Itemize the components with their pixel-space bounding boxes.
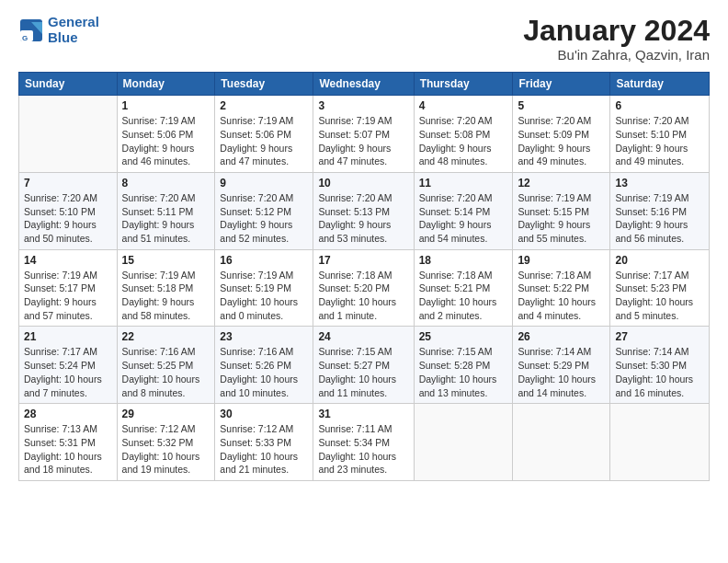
week-row-2: 7Sunrise: 7:20 AM Sunset: 5:10 PM Daylig… — [19, 172, 710, 249]
day-number: 23 — [220, 330, 308, 343]
svg-text:G: G — [22, 34, 28, 42]
header: G General Blue January 2024 Bu'in Zahra,… — [18, 15, 710, 63]
day-number: 31 — [318, 408, 408, 420]
week-row-5: 28Sunrise: 7:13 AM Sunset: 5:31 PM Dayli… — [19, 404, 710, 481]
header-day-sunday: Sunday — [19, 73, 118, 96]
calendar-cell: 28Sunrise: 7:13 AM Sunset: 5:31 PM Dayli… — [19, 404, 118, 481]
header-day-friday: Friday — [513, 73, 610, 96]
title-block: January 2024 Bu'in Zahra, Qazvin, Iran — [523, 15, 710, 63]
header-day-thursday: Thursday — [414, 73, 513, 96]
calendar-cell: 12Sunrise: 7:19 AM Sunset: 5:15 PM Dayli… — [513, 172, 610, 249]
calendar-cell — [19, 96, 118, 173]
day-info: Sunrise: 7:19 AM Sunset: 5:15 PM Dayligh… — [518, 191, 605, 246]
day-number: 1 — [122, 99, 210, 112]
week-row-3: 14Sunrise: 7:19 AM Sunset: 5:17 PM Dayli… — [19, 249, 710, 327]
header-day-wednesday: Wednesday — [313, 73, 414, 96]
day-info: Sunrise: 7:14 AM Sunset: 5:29 PM Dayligh… — [518, 345, 605, 399]
day-number: 9 — [220, 177, 308, 190]
day-info: Sunrise: 7:16 AM Sunset: 5:25 PM Dayligh… — [122, 345, 210, 399]
day-info: Sunrise: 7:17 AM Sunset: 5:24 PM Dayligh… — [24, 345, 112, 399]
logo: G General Blue — [18, 15, 99, 45]
calendar-cell — [414, 404, 513, 481]
calendar-cell: 14Sunrise: 7:19 AM Sunset: 5:17 PM Dayli… — [19, 249, 118, 327]
logo-text: General Blue — [48, 15, 99, 45]
calendar-cell: 4Sunrise: 7:20 AM Sunset: 5:08 PM Daylig… — [414, 96, 513, 173]
calendar-cell: 22Sunrise: 7:16 AM Sunset: 5:25 PM Dayli… — [117, 327, 215, 404]
calendar-cell: 19Sunrise: 7:18 AM Sunset: 5:22 PM Dayli… — [513, 249, 610, 327]
day-number: 10 — [318, 177, 408, 190]
day-number: 29 — [122, 408, 210, 420]
calendar-cell: 18Sunrise: 7:18 AM Sunset: 5:21 PM Dayli… — [414, 249, 513, 327]
day-info: Sunrise: 7:20 AM Sunset: 5:14 PM Dayligh… — [419, 191, 508, 246]
calendar-cell: 3Sunrise: 7:19 AM Sunset: 5:07 PM Daylig… — [313, 96, 414, 173]
day-number: 8 — [122, 177, 210, 190]
day-number: 5 — [518, 99, 605, 112]
day-number: 18 — [419, 254, 508, 267]
day-info: Sunrise: 7:20 AM Sunset: 5:13 PM Dayligh… — [318, 191, 408, 246]
calendar-cell: 1Sunrise: 7:19 AM Sunset: 5:06 PM Daylig… — [117, 96, 215, 173]
calendar-cell: 2Sunrise: 7:19 AM Sunset: 5:06 PM Daylig… — [215, 96, 313, 173]
day-info: Sunrise: 7:20 AM Sunset: 5:12 PM Dayligh… — [220, 191, 308, 246]
calendar-cell: 31Sunrise: 7:11 AM Sunset: 5:34 PM Dayli… — [313, 404, 414, 481]
calendar-table: SundayMondayTuesdayWednesdayThursdayFrid… — [18, 72, 710, 481]
calendar-body: 1Sunrise: 7:19 AM Sunset: 5:06 PM Daylig… — [19, 96, 710, 481]
day-number: 24 — [318, 330, 408, 343]
calendar-cell: 24Sunrise: 7:15 AM Sunset: 5:27 PM Dayli… — [313, 327, 414, 404]
calendar-cell: 20Sunrise: 7:17 AM Sunset: 5:23 PM Dayli… — [610, 249, 710, 327]
day-info: Sunrise: 7:14 AM Sunset: 5:30 PM Dayligh… — [615, 345, 704, 399]
calendar-cell: 26Sunrise: 7:14 AM Sunset: 5:29 PM Dayli… — [513, 327, 610, 404]
header-day-monday: Monday — [117, 73, 215, 96]
day-number: 22 — [122, 330, 210, 343]
week-row-4: 21Sunrise: 7:17 AM Sunset: 5:24 PM Dayli… — [19, 327, 710, 404]
calendar-cell: 16Sunrise: 7:19 AM Sunset: 5:19 PM Dayli… — [215, 249, 313, 327]
day-info: Sunrise: 7:19 AM Sunset: 5:06 PM Dayligh… — [122, 114, 210, 168]
day-info: Sunrise: 7:15 AM Sunset: 5:27 PM Dayligh… — [318, 345, 408, 399]
day-number: 21 — [24, 330, 112, 343]
day-info: Sunrise: 7:12 AM Sunset: 5:32 PM Dayligh… — [122, 422, 210, 477]
day-number: 16 — [220, 254, 308, 267]
calendar-cell — [610, 404, 710, 481]
day-info: Sunrise: 7:20 AM Sunset: 5:10 PM Dayligh… — [24, 191, 112, 246]
calendar-cell: 21Sunrise: 7:17 AM Sunset: 5:24 PM Dayli… — [19, 327, 118, 404]
day-number: 28 — [24, 408, 112, 420]
calendar-cell: 7Sunrise: 7:20 AM Sunset: 5:10 PM Daylig… — [19, 172, 118, 249]
day-number: 20 — [615, 254, 704, 267]
day-info: Sunrise: 7:20 AM Sunset: 5:08 PM Dayligh… — [419, 114, 508, 168]
day-number: 13 — [615, 177, 704, 190]
day-number: 27 — [615, 330, 704, 343]
calendar-cell: 15Sunrise: 7:19 AM Sunset: 5:18 PM Dayli… — [117, 249, 215, 327]
day-info: Sunrise: 7:11 AM Sunset: 5:34 PM Dayligh… — [318, 422, 408, 477]
calendar-cell: 29Sunrise: 7:12 AM Sunset: 5:32 PM Dayli… — [117, 404, 215, 481]
day-info: Sunrise: 7:20 AM Sunset: 5:10 PM Dayligh… — [615, 114, 704, 168]
header-day-saturday: Saturday — [610, 73, 710, 96]
day-number: 7 — [24, 177, 112, 190]
calendar-cell — [513, 404, 610, 481]
day-info: Sunrise: 7:12 AM Sunset: 5:33 PM Dayligh… — [220, 422, 308, 477]
day-info: Sunrise: 7:19 AM Sunset: 5:18 PM Dayligh… — [122, 269, 210, 323]
day-number: 15 — [122, 254, 210, 267]
day-number: 11 — [419, 177, 508, 190]
day-number: 6 — [615, 99, 704, 112]
calendar-cell: 27Sunrise: 7:14 AM Sunset: 5:30 PM Dayli… — [610, 327, 710, 404]
calendar-cell: 8Sunrise: 7:20 AM Sunset: 5:11 PM Daylig… — [117, 172, 215, 249]
calendar-cell: 23Sunrise: 7:16 AM Sunset: 5:26 PM Dayli… — [215, 327, 313, 404]
day-number: 4 — [419, 99, 508, 112]
day-info: Sunrise: 7:16 AM Sunset: 5:26 PM Dayligh… — [220, 345, 308, 399]
day-info: Sunrise: 7:17 AM Sunset: 5:23 PM Dayligh… — [615, 269, 704, 323]
week-row-1: 1Sunrise: 7:19 AM Sunset: 5:06 PM Daylig… — [19, 96, 710, 173]
calendar-cell: 11Sunrise: 7:20 AM Sunset: 5:14 PM Dayli… — [414, 172, 513, 249]
header-day-tuesday: Tuesday — [215, 73, 313, 96]
calendar-subtitle: Bu'in Zahra, Qazvin, Iran — [523, 47, 710, 63]
day-info: Sunrise: 7:18 AM Sunset: 5:20 PM Dayligh… — [318, 269, 408, 323]
calendar-cell: 30Sunrise: 7:12 AM Sunset: 5:33 PM Dayli… — [215, 404, 313, 481]
day-info: Sunrise: 7:19 AM Sunset: 5:06 PM Dayligh… — [220, 114, 308, 168]
calendar-title: January 2024 — [523, 15, 710, 47]
logo-icon: G — [18, 17, 44, 43]
calendar-cell: 6Sunrise: 7:20 AM Sunset: 5:10 PM Daylig… — [610, 96, 710, 173]
calendar-cell: 17Sunrise: 7:18 AM Sunset: 5:20 PM Dayli… — [313, 249, 414, 327]
day-info: Sunrise: 7:19 AM Sunset: 5:07 PM Dayligh… — [318, 114, 408, 168]
calendar-cell: 5Sunrise: 7:20 AM Sunset: 5:09 PM Daylig… — [513, 96, 610, 173]
day-info: Sunrise: 7:19 AM Sunset: 5:16 PM Dayligh… — [615, 191, 704, 246]
day-number: 2 — [220, 99, 308, 112]
calendar-cell: 10Sunrise: 7:20 AM Sunset: 5:13 PM Dayli… — [313, 172, 414, 249]
